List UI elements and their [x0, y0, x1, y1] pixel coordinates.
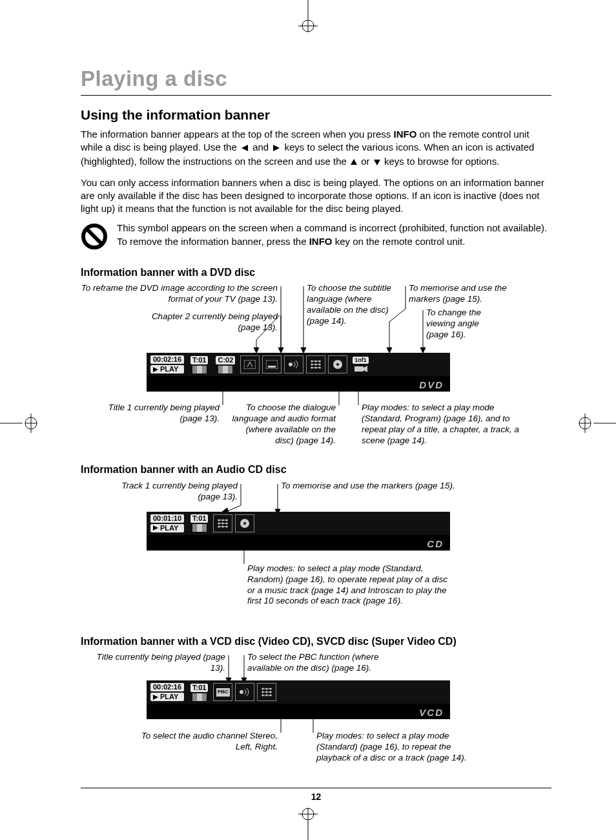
cd-status: PLAY: [150, 524, 184, 532]
svg-point-40: [289, 362, 293, 366]
dvd-status: PLAY: [150, 365, 184, 373]
arrow-up-icon: [350, 156, 358, 169]
svg-line-21: [87, 229, 102, 244]
svg-marker-108: [297, 704, 302, 708]
text: The information banner appears at the to…: [81, 129, 393, 140]
tv-format-icon: [240, 355, 260, 373]
pbc-label: PBC: [216, 688, 230, 697]
callout-lines: [81, 283, 552, 361]
flag-icon: [218, 366, 232, 373]
pbc-icon: PBC: [213, 683, 232, 701]
text: key on the remote control unit.: [333, 236, 466, 247]
prohibited-icon: [81, 222, 108, 253]
marker-disc-icon: [328, 355, 347, 373]
svg-point-54: [336, 363, 339, 366]
svg-marker-58: [220, 376, 225, 380]
page-number: 12: [81, 791, 551, 803]
text: and: [252, 142, 271, 152]
svg-marker-17: [273, 145, 280, 151]
svg-marker-33: [387, 348, 392, 353]
subtitle-icon: [262, 355, 282, 373]
svg-marker-29: [301, 348, 306, 353]
playmode-dots-icon: [306, 355, 325, 373]
cd-banner-top: 00:01:10 PLAY T:01: [147, 512, 450, 535]
svg-marker-35: [420, 348, 426, 353]
vcd-subhead: Information banner with a VCD disc (Vide…: [81, 635, 551, 649]
vcd-title-chip: T:01: [190, 684, 208, 692]
camera-icon: [354, 365, 368, 373]
dvd-title-chip: T:01: [190, 356, 208, 364]
svg-rect-55: [354, 366, 364, 372]
svg-rect-37: [244, 360, 256, 369]
vcd-banner-top: 00:02:16 PLAY T:01 PBC: [147, 680, 450, 704]
playmode-dots-icon: [257, 683, 276, 701]
svg-point-82: [243, 522, 246, 525]
crop-mark-right: [577, 414, 616, 433]
text: or: [361, 156, 373, 167]
callout-dialogue: To choose the dialogue language and audi…: [226, 403, 336, 446]
svg-marker-68: [153, 525, 158, 530]
cd-subhead: Information banner with an Audio CD disc: [81, 463, 551, 477]
svg-marker-36: [153, 367, 158, 372]
svg-rect-39: [268, 366, 276, 368]
dvd-time: 00:02:16: [150, 355, 184, 364]
svg-marker-62: [356, 376, 361, 380]
arrow-left-icon: [240, 142, 249, 155]
arrow-down-icon: [373, 156, 381, 169]
callout-lines: [81, 535, 552, 567]
callout-lines: [81, 704, 552, 736]
callout-playmodes: Play modes: to select a play mode (Stand…: [362, 403, 523, 446]
audio-icon: [284, 355, 303, 373]
svg-marker-89: [153, 695, 158, 700]
svg-line-27: [256, 315, 280, 340]
svg-marker-60: [336, 376, 342, 380]
intro-para-2: You can only access information banners …: [81, 176, 551, 216]
svg-marker-56: [364, 366, 367, 372]
svg-marker-26: [254, 348, 259, 353]
svg-line-31: [389, 309, 406, 322]
info-key: INFO: [309, 236, 333, 247]
dvd-subhead: Information banner with a DVD disc: [81, 266, 551, 280]
flag-icon: [192, 693, 207, 701]
flag-icon: [192, 366, 207, 373]
dvd-banner-top: 00:02:16 PLAY T:01 C:02 1of1: [147, 353, 450, 376]
svg-line-104: [273, 704, 281, 717]
page-title: Playing a disc: [81, 65, 551, 96]
info-key: INFO: [393, 129, 416, 140]
callout-playmodes-cd: Play modes: to select a play mode (Stand…: [247, 563, 454, 607]
arrow-right-icon: [272, 142, 281, 155]
section-heading: Using the information banner: [81, 106, 551, 124]
marker-disc-icon: [235, 514, 254, 532]
dvd-angle-label: 1of1: [353, 357, 369, 364]
callout-lines: [81, 376, 552, 408]
svg-marker-19: [374, 160, 380, 165]
svg-marker-16: [241, 145, 248, 151]
vcd-status-label: PLAY: [160, 693, 178, 700]
cd-time: 00:01:10: [150, 514, 184, 523]
svg-marker-84: [241, 535, 247, 539]
dvd-status-label: PLAY: [160, 366, 178, 373]
flag-icon: [192, 524, 207, 532]
svg-marker-18: [351, 159, 357, 165]
playmode-dots-icon: [213, 514, 232, 532]
crop-mark-top: [298, 0, 318, 32]
svg-line-107: [300, 704, 313, 717]
cd-title-chip: T:01: [190, 514, 208, 523]
cd-status-label: PLAY: [160, 525, 178, 532]
crop-mark-left: [0, 414, 39, 433]
text: keys to browse for options.: [384, 156, 499, 167]
note-text: This symbol appears on the screen when a…: [117, 222, 551, 248]
dvd-chapter-chip: C:02: [216, 356, 235, 364]
vcd-status: PLAY: [150, 693, 184, 701]
crop-mark-bottom: [298, 808, 318, 840]
audio-icon: [235, 683, 254, 701]
intro-para-1: The information banner appears at the to…: [81, 128, 551, 170]
svg-point-90: [240, 690, 243, 694]
vcd-time: 00:02:16: [150, 683, 184, 691]
